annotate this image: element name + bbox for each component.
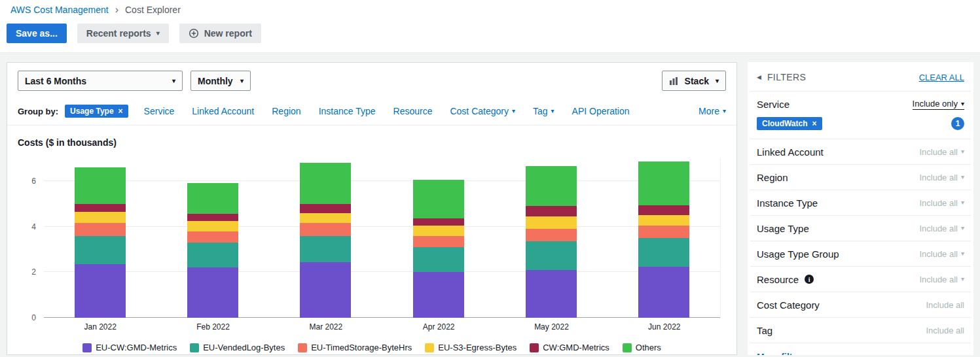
new-report-button[interactable]: New report <box>179 24 261 43</box>
filter-label: Usage Type Group <box>757 248 839 260</box>
filter-include-value: Include all <box>919 173 958 182</box>
group-by-options: ServiceLinked AccountRegionInstance Type… <box>144 106 630 116</box>
filter-row-resource: ResourceiInclude all▾ <box>750 267 971 292</box>
filter-label-wrap: Linked Account <box>757 146 824 158</box>
group-by-chip-usage-type[interactable]: Usage Type × <box>65 105 128 118</box>
chevron-down-icon: ▾ <box>961 276 964 282</box>
filter-include-value: Include all <box>919 224 958 233</box>
time-range-select[interactable]: Last 6 Months ▾ <box>18 71 183 91</box>
filter-include-dropdown[interactable]: Include all▾ <box>919 147 964 157</box>
group-by-option-api-operation[interactable]: API Operation <box>572 106 630 116</box>
new-report-label: New report <box>204 28 252 39</box>
stacked-bar-feb-2022[interactable] <box>187 158 238 318</box>
legend-item-cw-gmd-metrics[interactable]: CW:GMD-Metrics <box>530 343 609 352</box>
filter-row-usage-type: Usage TypeInclude all▾ <box>750 216 971 241</box>
breadcrumb-root-link[interactable]: AWS Cost Management <box>10 5 109 15</box>
close-icon[interactable]: × <box>118 107 123 115</box>
legend-label: CW:GMD-Metrics <box>543 343 609 352</box>
filter-include-dropdown[interactable]: Include all▾ <box>919 249 964 259</box>
bar-segment <box>300 213 351 224</box>
filter-label: Cost Category <box>757 299 820 311</box>
group-by-option-label: API Operation <box>572 106 630 116</box>
filter-label-wrap: Region <box>757 172 788 183</box>
chevron-down-icon: ▾ <box>961 225 964 231</box>
granularity-value: Monthly <box>198 76 233 86</box>
stacked-bar-may-2022[interactable] <box>526 158 577 318</box>
bar-segment <box>413 218 464 225</box>
chart-controls: Last 6 Months ▾ Monthly ▾ Stack ▾ <box>7 71 736 91</box>
service-include-dropdown[interactable]: Include only ▾ <box>913 99 964 110</box>
legend-item-eu-timedstorage-bytehrs[interactable]: EU-TimedStorage-ByteHrs <box>298 343 412 352</box>
save-as-button[interactable]: Save as... <box>7 24 67 43</box>
filters-title: FILTERS <box>767 72 919 82</box>
filter-include-dropdown[interactable]: Include all▾ <box>919 173 964 182</box>
recent-reports-button[interactable]: Recent reports ▾ <box>77 24 169 43</box>
bar-segment <box>526 166 577 206</box>
collapse-panel-icon[interactable]: ◀ <box>757 74 761 80</box>
y-tick-label: 2 <box>31 267 36 277</box>
filter-include-dropdown[interactable]: Include all▾ <box>919 275 964 284</box>
group-by-option-region[interactable]: Region <box>272 106 300 116</box>
service-chip-cloudwatch[interactable]: CloudWatch × <box>757 117 822 130</box>
legend-item-eu-s3-egress-bytes[interactable]: EU-S3-Egress-Bytes <box>425 343 517 352</box>
legend-item-eu-vendedlog-bytes[interactable]: EU-VendedLog-Bytes <box>190 343 285 352</box>
group-by-option-label: Resource <box>393 106 433 116</box>
clear-all-link[interactable]: CLEAR ALL <box>919 73 964 82</box>
filter-label-service: Service <box>757 99 789 110</box>
bar-segment <box>413 226 464 236</box>
chevron-down-icon: ▾ <box>810 354 813 355</box>
group-by-option-resource[interactable]: Resource <box>393 106 433 116</box>
cost-explorer-card: Last 6 Months ▾ Monthly ▾ Stack ▾ Group … <box>7 62 737 355</box>
group-by-option-instance-type[interactable]: Instance Type <box>319 106 376 116</box>
filter-include-dropdown[interactable]: Include all▾ <box>919 224 964 233</box>
filter-include-dropdown[interactable]: Include all▾ <box>919 198 964 208</box>
stacked-bar-apr-2022[interactable] <box>413 158 464 318</box>
legend-swatch <box>623 343 632 352</box>
legend-item-eu-cw-gmd-metrics[interactable]: EU-CW:GMD-Metrics <box>82 343 177 352</box>
filter-row-service: Service Include only ▾ CloudWatch × 1 <box>750 92 971 139</box>
filters-panel: ◀ FILTERS CLEAR ALL Service Include only… <box>748 62 973 355</box>
filter-rows: Linked AccountInclude all▾RegionInclude … <box>750 139 971 343</box>
filter-label: Linked Account <box>757 146 824 158</box>
bar-segment <box>300 262 351 318</box>
filter-label: Resource <box>757 274 799 285</box>
stacked-bar-jan-2022[interactable] <box>75 158 126 318</box>
y-tick-label: 0 <box>31 313 36 322</box>
filter-include-dropdown[interactable]: Include all <box>926 326 964 335</box>
chevron-down-icon: ▾ <box>156 30 160 37</box>
filter-include-value: Include all <box>919 147 958 157</box>
bars <box>44 158 720 318</box>
bar-segment <box>526 216 577 229</box>
bar-segment <box>187 183 238 214</box>
group-by-label: Group by: <box>18 107 58 116</box>
filter-include-dropdown[interactable]: Include all <box>926 300 964 310</box>
granularity-select[interactable]: Monthly ▾ <box>191 71 251 91</box>
group-by-option-service[interactable]: Service <box>144 106 175 116</box>
stacked-bar-mar-2022[interactable] <box>300 158 351 318</box>
group-by-option-label: Cost Category <box>450 106 508 116</box>
legend-swatch <box>82 343 92 352</box>
legend-item-others[interactable]: Others <box>623 343 661 352</box>
filter-row-cost-category: Cost CategoryInclude all <box>750 292 971 318</box>
recent-reports-label: Recent reports <box>86 28 151 39</box>
group-by-more[interactable]: More ▾ <box>699 106 726 116</box>
chevron-down-icon: ▾ <box>716 78 719 84</box>
more-filters-link[interactable]: More filters ▾ <box>750 343 820 355</box>
info-icon[interactable]: i <box>805 275 814 284</box>
bar-segment <box>187 214 238 220</box>
group-by-option-cost-category[interactable]: Cost Category▾ <box>450 106 515 116</box>
bar-segment <box>638 267 689 318</box>
legend-label: EU-CW:GMD-Metrics <box>96 343 177 352</box>
x-axis-labels: Jan 2022Feb 2022Mar 2022Apr 2022May 2022… <box>44 322 721 332</box>
bar-segment <box>638 238 689 267</box>
service-chip-label: CloudWatch <box>762 119 808 128</box>
filter-include-value: Include all <box>919 275 958 284</box>
filter-include-value: Include all <box>926 300 964 310</box>
group-by-option-linked-account[interactable]: Linked Account <box>192 106 254 116</box>
group-by-option-tag[interactable]: Tag▾ <box>533 106 554 116</box>
stacked-bar-jun-2022[interactable] <box>638 158 689 318</box>
group-by-bar: Group by: Usage Type × ServiceLinked Acc… <box>7 97 736 126</box>
chart-type-select[interactable]: Stack ▾ <box>662 71 726 91</box>
bar-segment <box>75 167 126 204</box>
close-icon[interactable]: × <box>812 120 817 128</box>
